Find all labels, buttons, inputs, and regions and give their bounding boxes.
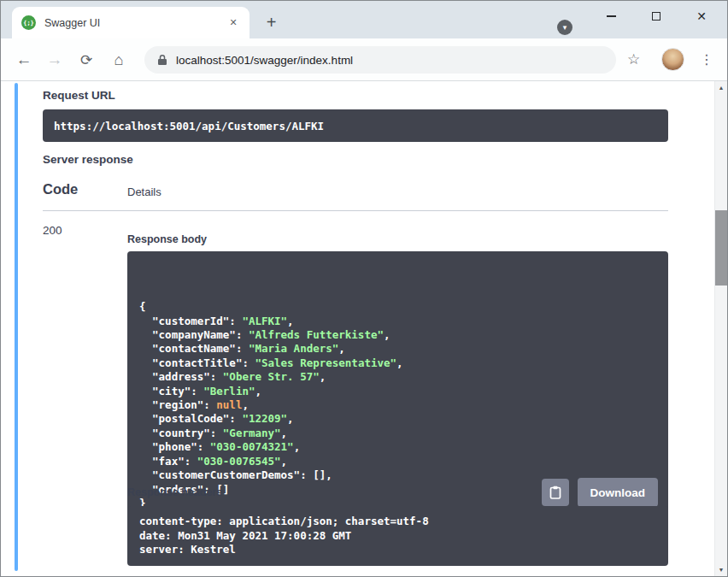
bookmark-star-icon[interactable]: ☆ <box>622 48 645 71</box>
code-line: "contactName": "Maria Anders", <box>139 342 656 356</box>
swagger-page: Request URL https://localhost:5001/api/C… <box>1 81 727 576</box>
code-line: { <box>139 300 656 314</box>
forward-button[interactable]: → <box>43 48 67 72</box>
copy-button[interactable] <box>542 479 569 506</box>
code-line: "companyName": "Alfreds Futterkiste", <box>139 328 656 342</box>
code-line: "country": "Germany", <box>139 427 656 440</box>
browser-toolbar: ← → ⟳ ⌂ localhost:5001/swagger/index.htm… <box>1 38 727 81</box>
refresh-button[interactable]: ⟳ <box>74 48 98 72</box>
code-line: "customerId": "ALFKI", <box>139 315 656 328</box>
code-line: date: Mon31 May 2021 17:00:28 GMT <box>139 529 656 544</box>
server-response-label: Server response <box>43 153 133 166</box>
close-button[interactable]: ✕ <box>689 4 714 28</box>
code-line: "city": "Berlin", <box>139 385 656 398</box>
browser-window: {;} Swagger UI ✕ + ▾ ✕ ← → ⟳ ⌂ localhost… <box>0 0 728 577</box>
opblock-accent-bar <box>15 83 18 571</box>
code-line: "address": "Obere Str. 57", <box>139 370 656 384</box>
window-controls: ✕ <box>578 4 714 28</box>
response-body-label: Response body <box>127 233 207 245</box>
tab-strip: {;} Swagger UI ✕ + ▾ ✕ <box>1 1 727 38</box>
code-line: "postalCode": "12209", <box>139 412 656 426</box>
request-url-value: https://localhost:5001/api/Customers/ALF… <box>43 109 668 142</box>
home-button[interactable]: ⌂ <box>107 48 131 72</box>
close-icon: ✕ <box>696 9 707 23</box>
code-line: "region": null, <box>139 398 656 412</box>
request-url-label: Request URL <box>43 89 115 102</box>
profile-avatar[interactable] <box>661 48 684 71</box>
code-line: content-type: application/json; charset=… <box>139 515 656 529</box>
response-body-actions: Download <box>542 478 659 507</box>
status-code: 200 <box>43 224 62 237</box>
tab-title: Swagger UI <box>44 17 226 29</box>
code-line: "phone": "030-0074321", <box>139 440 656 454</box>
scroll-down-button[interactable]: ▼ <box>715 563 727 576</box>
chrome-update-icon[interactable]: ▾ <box>557 20 572 35</box>
download-button[interactable]: Download <box>578 478 659 507</box>
overflow-menu-button[interactable]: ⋮ <box>696 48 718 71</box>
swagger-favicon-icon: {;} <box>21 15 36 30</box>
code-line: server: Kestrel <box>139 543 656 557</box>
code-line: "fax": "030-0076545", <box>139 455 656 468</box>
lock-icon <box>157 54 167 66</box>
scrollbar-track[interactable]: ▲ ▼ <box>714 81 727 576</box>
clipboard-icon <box>549 486 561 499</box>
new-tab-button[interactable]: + <box>260 11 283 34</box>
header-divider <box>43 210 668 211</box>
scrollbar-thumb[interactable] <box>715 210 727 286</box>
url-text: localhost:5001/swagger/index.html <box>176 54 353 67</box>
maximize-button[interactable] <box>643 4 669 28</box>
address-bar[interactable]: localhost:5001/swagger/index.html <box>144 46 616 74</box>
code-column-header: Code <box>43 181 78 197</box>
response-headers-label: Response headers <box>127 486 222 498</box>
details-column-header: Details <box>127 185 161 198</box>
minimize-icon <box>607 15 616 17</box>
maximize-icon <box>652 12 660 21</box>
tab-close-icon[interactable]: ✕ <box>226 15 241 31</box>
response-body-code: Download { "customerId": "ALFKI", "compa… <box>127 251 668 517</box>
request-url-text: https://localhost:5001/api/Customers/ALF… <box>54 120 324 132</box>
code-line: "contactTitle": "Sales Representative", <box>139 356 656 370</box>
minimize-button[interactable] <box>598 4 624 28</box>
scroll-up-button[interactable]: ▲ <box>715 81 727 94</box>
response-headers-code: content-type: application/json; charset=… <box>127 506 668 566</box>
browser-tab[interactable]: {;} Swagger UI ✕ <box>12 7 250 38</box>
back-button[interactable]: ← <box>12 48 36 72</box>
